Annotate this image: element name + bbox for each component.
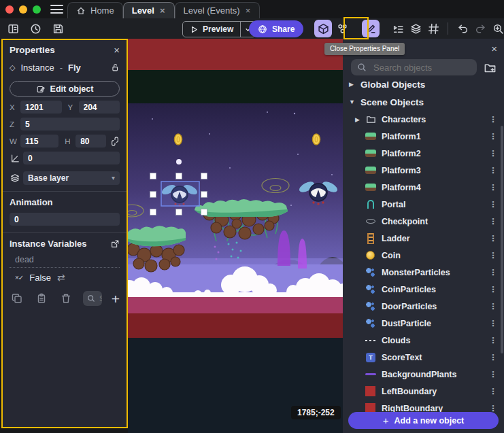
object-row[interactable]: Coin ⋮: [343, 247, 504, 264]
objects-search[interactable]: [351, 59, 477, 75]
row-menu-icon[interactable]: ⋮: [489, 115, 497, 124]
history-icon[interactable]: [28, 21, 43, 36]
variables-search[interactable]: [83, 291, 102, 306]
object-row[interactable]: Platform3 ⋮: [343, 162, 504, 179]
lock-ratio-icon[interactable]: [110, 137, 120, 146]
animation-input[interactable]: [10, 213, 120, 226]
close-tab-icon[interactable]: ×: [159, 5, 166, 16]
row-menu-icon[interactable]: ⋮: [489, 200, 497, 209]
delete-variable-icon[interactable]: [58, 291, 73, 306]
paste-icon[interactable]: [34, 291, 49, 306]
object-list: Platform1 ⋮ Platform2 ⋮ Platform3 ⋮ Plat…: [343, 128, 504, 413]
object-row[interactable]: DoorParticles ⋮: [343, 298, 504, 315]
row-menu-icon[interactable]: ⋮: [489, 353, 497, 362]
objects-search-input[interactable]: [372, 62, 471, 73]
unlock-icon[interactable]: [110, 63, 120, 72]
object-row[interactable]: RightBoundary ⋮: [343, 400, 504, 413]
row-menu-icon[interactable]: ⋮: [489, 217, 497, 226]
object-row[interactable]: LeftBoundary ⋮: [343, 383, 504, 400]
3d-view-icon[interactable]: [314, 20, 332, 37]
close-tab-icon[interactable]: ×: [245, 5, 252, 16]
edit-object-button[interactable]: Edit object: [10, 81, 120, 97]
object-row[interactable]: Platform1 ⋮: [343, 128, 504, 145]
object-row[interactable]: MonsterParticles ⋮: [343, 264, 504, 281]
layer-select[interactable]: Base layer ▾: [23, 171, 120, 185]
close-objects-icon[interactable]: ×: [491, 44, 497, 54]
instances-list-icon[interactable]: [390, 21, 405, 36]
row-menu-icon[interactable]: ⋮: [489, 268, 497, 277]
object-row[interactable]: DustParticle ⋮: [343, 315, 504, 332]
redo-icon[interactable]: [473, 21, 488, 36]
preview-button[interactable]: Preview: [182, 21, 256, 37]
object-row[interactable]: Ladder ⋮: [343, 230, 504, 247]
add-object-button[interactable]: + Add a new object: [348, 412, 499, 429]
close-window-button[interactable]: [5, 5, 14, 14]
grid-icon[interactable]: [426, 21, 441, 36]
save-icon[interactable]: [50, 21, 65, 36]
maximize-window-button[interactable]: [33, 5, 41, 14]
group-global-objects[interactable]: ▶ Global Objects: [343, 75, 504, 93]
tab-home[interactable]: Home: [67, 2, 123, 18]
object-row[interactable]: Checkpoint ⋮: [343, 213, 504, 230]
copy-icon[interactable]: [10, 291, 24, 306]
add-variable-button[interactable]: +: [112, 292, 120, 306]
object-row[interactable]: Portal ⋮: [343, 196, 504, 213]
instance-type-label: Instance: [20, 63, 54, 73]
row-menu-icon[interactable]: ⋮: [489, 387, 497, 396]
y-position-input[interactable]: [79, 101, 120, 114]
share-button[interactable]: Share: [249, 20, 303, 37]
object-label: Platform4: [382, 183, 421, 192]
layers-icon[interactable]: [408, 21, 423, 36]
zoom-in-icon[interactable]: [490, 21, 504, 36]
dust-particle: [176, 159, 182, 164]
add-folder-icon[interactable]: [482, 60, 497, 75]
tab-level-events[interactable]: Level (Events) ×: [175, 2, 261, 18]
width-input[interactable]: [20, 135, 58, 148]
main-menu-icon[interactable]: [50, 5, 63, 14]
coin-instance[interactable]: [175, 134, 182, 145]
edit-properties-icon[interactable]: [362, 20, 380, 37]
toggle-value-icon[interactable]: ⇄: [57, 272, 65, 283]
object-row[interactable]: Platform4 ⋮: [343, 179, 504, 196]
object-row[interactable]: CoinParticles ⋮: [343, 281, 504, 298]
search-icon: [87, 294, 95, 302]
object-row[interactable]: ScoreText ⋮: [343, 349, 504, 366]
chevron-right-icon: ▶: [349, 81, 354, 88]
object-label: LeftBoundary: [382, 387, 437, 396]
external-link-icon[interactable]: [110, 239, 120, 249]
row-menu-icon[interactable]: ⋮: [489, 319, 497, 328]
row-menu-icon[interactable]: ⋮: [489, 302, 497, 311]
folder-characters[interactable]: ▶ Characters ⋮: [343, 111, 504, 128]
row-menu-icon[interactable]: ⋮: [489, 336, 497, 345]
row-menu-icon[interactable]: ⋮: [489, 370, 497, 379]
panels-layout-icon[interactable]: [5, 21, 20, 36]
undo-icon[interactable]: [455, 21, 470, 36]
object-groups-icon[interactable]: [335, 21, 350, 36]
coin-instance[interactable]: [313, 134, 320, 145]
row-menu-icon[interactable]: ⋮: [489, 149, 497, 158]
row-menu-icon[interactable]: ⋮: [489, 132, 497, 141]
angle-input[interactable]: [23, 152, 120, 164]
row-menu-icon[interactable]: ⋮: [489, 251, 497, 260]
object-row[interactable]: Platform2 ⋮: [343, 145, 504, 162]
row-menu-icon[interactable]: ⋮: [489, 166, 497, 175]
variable-name[interactable]: dead: [10, 255, 120, 268]
platform-left[interactable]: [128, 226, 186, 272]
group-scene-objects[interactable]: ▼ Scene Objects: [343, 93, 504, 111]
z-order-input[interactable]: [20, 118, 120, 131]
variables-search-input[interactable]: [98, 294, 102, 303]
close-properties-icon[interactable]: ×: [114, 45, 120, 55]
row-menu-icon[interactable]: ⋮: [489, 234, 497, 243]
x-position-input[interactable]: [20, 101, 62, 114]
object-row[interactable]: BackgroundPlants ⋮: [343, 366, 504, 383]
chevron-down-icon: ▾: [112, 174, 115, 181]
height-input[interactable]: [75, 135, 106, 148]
variable-value[interactable]: False: [29, 273, 51, 283]
row-menu-icon[interactable]: ⋮: [489, 183, 497, 192]
tab-level[interactable]: Level ×: [123, 2, 175, 18]
minimize-window-button[interactable]: [19, 5, 27, 14]
objects-scrollbar[interactable]: [501, 126, 503, 353]
object-row[interactable]: Clouds ⋮: [343, 332, 504, 349]
home-icon: [76, 6, 86, 16]
row-menu-icon[interactable]: ⋮: [489, 285, 497, 294]
